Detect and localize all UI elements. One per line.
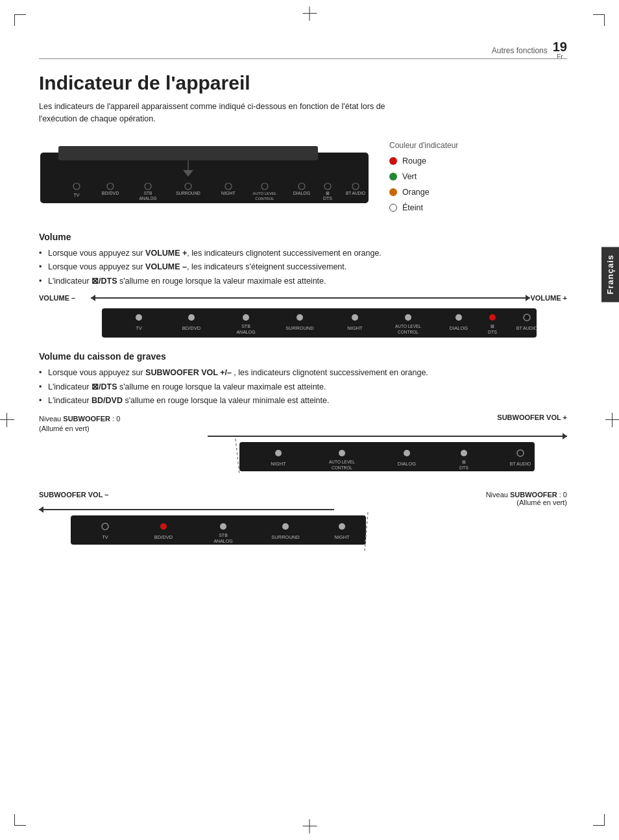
vol-label-right: VOLUME + (530, 294, 567, 302)
svg-text:BD/DVD: BD/DVD (182, 325, 201, 331)
bullet-sub-2: L'indicateur ⊠/DTS s'allume en rouge lor… (39, 381, 567, 393)
legend-title: Couleur d'indicateur (389, 141, 567, 150)
subwoofer-title: Volume du caisson de graves (39, 351, 567, 362)
svg-text:DIALOG: DIALOG (450, 325, 468, 331)
device-illustration: TV BD/DVD STB ANALOG SURROUND NIGHT (39, 134, 370, 208)
legend-label-vert: Vert (402, 172, 417, 181)
sub-upper-notes: Niveau SUBWOOFER : 0 (Allumé en vert) SU… (39, 414, 567, 433)
volume-section: Volume Lorsque vous appuyez sur VOLUME +… (39, 232, 567, 341)
svg-text:BT AUDIO: BT AUDIO (516, 326, 538, 330)
svg-text:ANALOG: ANALOG (236, 330, 255, 334)
volume-arrow-diagram: VOLUME – VOLUME + TV BD/DVD STB ANA (39, 294, 567, 341)
sub-lower-bar: TV BD/DVD STB ANALOG SURROUND NIGHT (39, 512, 567, 551)
page-number: 19 (553, 40, 567, 53)
svg-point-72 (339, 523, 345, 530)
section-label: Autres fonctions (492, 46, 548, 55)
svg-text:⊠: ⊠ (462, 460, 466, 464)
svg-rect-25 (102, 308, 537, 338)
svg-text:DTS: DTS (459, 465, 468, 470)
page-header: Autres fonctions 19 Fr (39, 40, 567, 60)
svg-point-67 (220, 523, 226, 530)
volume-indicator-bar: TV BD/DVD STB ANALOG SURROUND NIGHT (39, 303, 567, 339)
legend-item-orange: Orange (389, 188, 567, 197)
svg-text:CONTROL: CONTROL (255, 197, 274, 201)
svg-text:BD/DVD: BD/DVD (102, 191, 119, 195)
top-cross (310, 6, 310, 21)
svg-point-37 (405, 314, 411, 321)
left-cross (6, 413, 7, 427)
bottom-cross (310, 819, 310, 834)
svg-text:SURROUND: SURROUND (271, 534, 300, 540)
svg-point-40 (455, 314, 462, 321)
svg-text:NIGHT: NIGHT (334, 534, 350, 540)
legend-item-vert: Vert (389, 172, 567, 181)
svg-text:TV: TV (74, 193, 80, 197)
svg-point-70 (282, 523, 289, 530)
svg-text:DIALOG: DIALOG (398, 461, 417, 467)
svg-text:STB: STB (241, 324, 250, 328)
subwoofer-upper-diagram: Niveau SUBWOOFER : 0 (Allumé en vert) SU… (39, 414, 567, 476)
right-cross (612, 413, 613, 427)
legend-item-eteint: Éteint (389, 203, 567, 212)
svg-text:TV: TV (102, 534, 108, 540)
legend-label-rouge: Rouge (402, 156, 426, 166)
color-legend: Couleur d'indicateur Rouge Vert Orange É… (389, 134, 567, 219)
page-title: Indicateur de l'appareil (39, 72, 567, 94)
subwoofer-section: Volume du caisson de graves Lorsque vous… (39, 351, 567, 553)
svg-text:NIGHT: NIGHT (347, 325, 363, 331)
svg-text:BT AUDIO: BT AUDIO (346, 191, 365, 195)
volume-title: Volume (39, 232, 567, 242)
subwoofer-bullets: Lorsque vous appuyez sur SUBWOOFER VOL +… (39, 367, 567, 407)
svg-text:SURROUND: SURROUND (285, 325, 314, 331)
sub-upper-bar: NIGHT AUTO LEVEL CONTROL DIALOG ⊠ DTS BT… (39, 439, 567, 475)
svg-point-33 (297, 314, 303, 321)
svg-text:CONTROL: CONTROL (332, 465, 352, 470)
svg-text:BD/DVD: BD/DVD (154, 534, 173, 540)
svg-text:AUTO LEVEL: AUTO LEVEL (395, 324, 421, 328)
device-svg: TV BD/DVD STB ANALOG SURROUND NIGHT (39, 134, 370, 206)
svg-text:ANALOG: ANALOG (213, 539, 232, 543)
svg-point-35 (352, 314, 358, 321)
bullet-volume-1: Lorsque vous appuyez sur VOLUME +, les i… (39, 247, 567, 260)
svg-point-65 (160, 523, 167, 530)
bullet-sub-3: L'indicateur BD/DVD s'allume en rouge lo… (39, 395, 567, 407)
svg-text:DTS: DTS (488, 330, 497, 334)
svg-text:CONTROL: CONTROL (398, 330, 419, 334)
header-divider (39, 58, 567, 59)
svg-text:TV: TV (136, 325, 142, 331)
svg-line-47 (236, 439, 239, 475)
svg-text:NIGHT: NIGHT (221, 191, 236, 195)
francais-sidebar-tab: Français (601, 247, 619, 302)
legend-dot-orange (389, 188, 397, 196)
legend-dot-red (389, 157, 397, 165)
corner-mark-tr (593, 14, 605, 26)
sub-upper-arrow-label: SUBWOOFER VOL + (497, 414, 567, 421)
svg-point-28 (188, 314, 195, 321)
vol-arrow-row: VOLUME – VOLUME + (39, 294, 567, 302)
svg-point-30 (243, 314, 249, 321)
svg-text:⊠: ⊠ (491, 324, 494, 328)
svg-text:SURROUND: SURROUND (176, 191, 200, 195)
svg-text:ANALOG: ANALOG (139, 196, 156, 201)
svg-text:NIGHT: NIGHT (271, 461, 286, 467)
legend-dot-green (389, 173, 397, 180)
svg-rect-1 (58, 146, 318, 160)
sub-lower-arrow (39, 509, 567, 510)
page-number-block: 19 Fr (553, 40, 567, 60)
svg-text:DIALOG: DIALOG (293, 191, 310, 195)
svg-point-26 (136, 314, 142, 321)
svg-text:BT AUDIO: BT AUDIO (510, 462, 531, 466)
vol-label-left: VOLUME – (39, 294, 91, 302)
volume-bullets: Lorsque vous appuyez sur VOLUME +, les i… (39, 247, 567, 288)
svg-point-49 (275, 450, 282, 456)
main-content: Indicateur de l'appareil Les indicateurs… (39, 58, 567, 560)
intro-paragraph: Les indicateurs de l'appareil apparaisse… (39, 101, 402, 125)
bullet-volume-2: Lorsque vous appuyez sur VOLUME –, les i… (39, 261, 567, 273)
svg-point-42 (489, 314, 496, 321)
vol-arrow-line (91, 297, 530, 299)
sub-lower-note-right: Niveau SUBWOOFER : 0 (Allumé en vert) (486, 491, 567, 506)
legend-item-rouge: Rouge (389, 156, 567, 166)
sub-upper-note-left: Niveau SUBWOOFER : 0 (Allumé en vert) (39, 414, 208, 433)
svg-rect-48 (239, 442, 535, 471)
svg-text:AUTO LEVEL: AUTO LEVEL (329, 460, 355, 464)
